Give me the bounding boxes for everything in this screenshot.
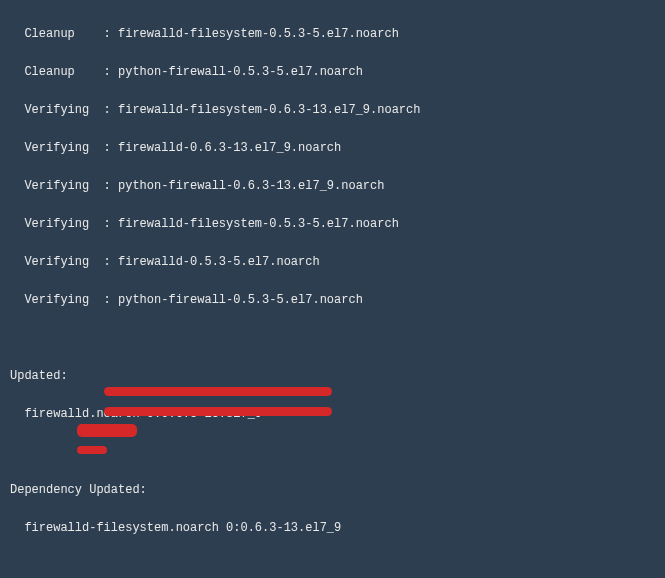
blank-line	[10, 557, 655, 576]
pkg-line: Cleanup : firewalld-filesystem-0.5.3-5.e…	[10, 25, 655, 44]
pkg-line: Verifying : firewalld-0.6.3-13.el7_9.noa…	[10, 139, 655, 158]
updated-header: Updated:	[10, 367, 655, 386]
terminal-output: Cleanup : firewalld-filesystem-0.5.3-5.e…	[0, 0, 665, 578]
redaction-marker	[104, 387, 332, 396]
pkg-line: Cleanup : python-firewall-0.5.3-5.el7.no…	[10, 63, 655, 82]
blank-line	[10, 329, 655, 348]
pkg-line: Verifying : firewalld-0.5.3-5.el7.noarch	[10, 253, 655, 272]
redaction-marker	[77, 424, 137, 437]
redaction-marker	[77, 446, 107, 454]
terminal-container: Cleanup : firewalld-filesystem-0.5.3-5.e…	[0, 0, 665, 578]
pkg-line: Verifying : python-firewall-0.6.3-13.el7…	[10, 177, 655, 196]
dependency-header: Dependency Updated:	[10, 481, 655, 500]
pkg-line: Verifying : firewalld-filesystem-0.6.3-1…	[10, 101, 655, 120]
pkg-line: Verifying : firewalld-filesystem-0.5.3-5…	[10, 215, 655, 234]
redaction-marker	[104, 407, 332, 416]
dependency-item: firewalld-filesystem.noarch 0:0.6.3-13.e…	[10, 519, 655, 538]
pkg-line: Verifying : python-firewall-0.5.3-5.el7.…	[10, 291, 655, 310]
blank-line	[10, 443, 655, 462]
